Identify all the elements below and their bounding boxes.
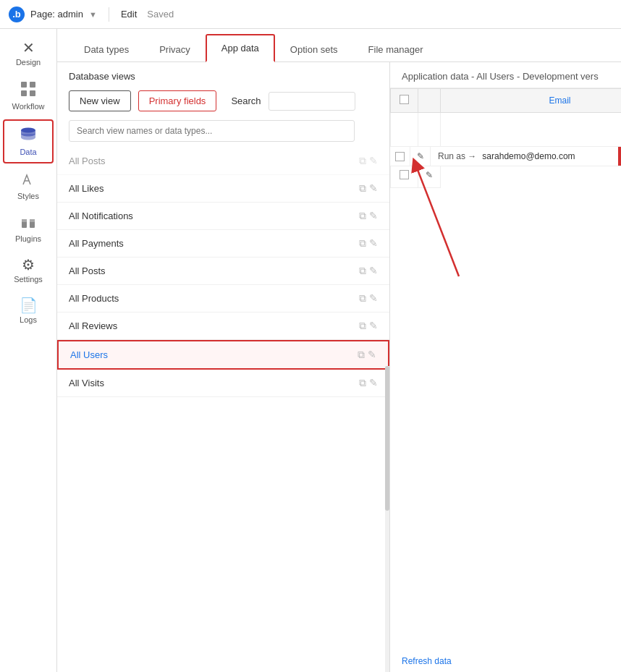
search-view-input[interactable] [69, 120, 355, 142]
copy-icon: ⧉ [359, 210, 366, 222]
main-content: Data types Privacy App data Option sets … [57, 29, 621, 672]
list-item-partial[interactable]: All Posts ⧉ ✎ [57, 148, 389, 175]
list-item-icons-payments: ⧉ ✎ [359, 237, 378, 250]
page-dropdown[interactable]: ▼ [89, 10, 97, 19]
table-cell-checkbox [391, 166, 418, 188]
list-item-all-likes[interactable]: All Likes ⧉ ✎ [57, 175, 389, 203]
sidebar-label-settings: Settings [14, 275, 43, 284]
list-item-all-reviews[interactable]: All Reviews ⧉ ✎ [57, 312, 389, 340]
sidebar-label-design: Design [16, 58, 41, 67]
left-panel-inner: Database views New view Primary fields S… [57, 62, 389, 672]
edit-icon: ✎ [369, 292, 378, 305]
sidebar-item-design[interactable]: ✕ Design [3, 35, 54, 72]
scrollbar-track [385, 366, 389, 672]
primary-fields-button[interactable]: Primary fields [138, 90, 217, 111]
sidebar: ✕ Design Workflow Dat [0, 29, 57, 672]
svg-rect-6 [22, 219, 27, 222]
copy-icon: ⧉ [359, 320, 366, 332]
list-item-all-products[interactable]: All Products ⧉ ✎ [57, 285, 389, 312]
edit-icon: ✎ [369, 320, 378, 332]
list-items: All Posts ⧉ ✎ All Likes ⧉ ✎ [57, 148, 389, 672]
tab-bar: Data types Privacy App data Option sets … [57, 29, 621, 62]
design-icon: ✕ [22, 41, 35, 55]
scrollbar-thumb[interactable] [385, 366, 389, 511]
run-as-checkbox[interactable] [395, 152, 405, 161]
copy-icon: ⧉ [359, 237, 366, 250]
tab-option-sets[interactable]: Option sets [275, 36, 353, 62]
edit-label[interactable]: Edit [121, 9, 137, 20]
tab-app-data[interactable]: App data [206, 34, 275, 62]
sidebar-label-plugins: Plugins [15, 234, 41, 243]
run-as-label: Run as → [438, 151, 476, 161]
edit-icon: ✎ [369, 265, 378, 277]
sidebar-item-data[interactable]: Data [3, 119, 54, 163]
sidebar-item-workflow[interactable]: Workflow [3, 75, 54, 116]
list-item-icons-reviews: ⧉ ✎ [359, 320, 378, 332]
sidebar-item-styles[interactable]: Styles [3, 166, 54, 206]
edit-icon: ✎ [369, 182, 378, 195]
db-views-label: Database views [57, 62, 389, 82]
edit-icon: ✎ [369, 377, 378, 389]
data-table-area: Email [390, 88, 621, 650]
svg-rect-2 [21, 90, 27, 96]
list-item-all-notifications[interactable]: All Notifications ⧉ ✎ [57, 203, 389, 230]
sidebar-label-data: Data [20, 148, 36, 156]
edit-icon: ✎ [369, 155, 378, 167]
list-item-icons-users: ⧉ ✎ [358, 349, 376, 361]
row-checkbox[interactable] [400, 170, 409, 179]
edit-icon: ✎ [369, 237, 378, 250]
run-as-row: ✎ Run as → sarahdemo@demo.com [390, 146, 621, 166]
svg-rect-8 [30, 219, 35, 222]
new-view-button[interactable]: New view [69, 90, 131, 111]
list-item-icons-products: ⧉ ✎ [359, 292, 378, 305]
main-layout: ✕ Design Workflow Dat [0, 29, 621, 672]
copy-icon: ⧉ [359, 377, 366, 389]
edit-row-icon[interactable]: ✎ [426, 170, 433, 180]
table-header-email: Email [441, 89, 622, 113]
red-indicator [618, 147, 621, 166]
search-view-container [57, 120, 389, 148]
app-data-header: Application data - All Users - Developme… [390, 62, 621, 88]
logo: .b [9, 7, 25, 22]
svg-rect-3 [30, 90, 35, 96]
actions-row: New view Primary fields Search [57, 82, 389, 120]
sidebar-item-settings[interactable]: ⚙ Settings [3, 252, 54, 289]
list-item-all-visits[interactable]: All Visits ⧉ ✎ [57, 370, 389, 397]
copy-icon: ⧉ [358, 349, 365, 361]
sidebar-item-logs[interactable]: 📄 Logs [3, 292, 54, 330]
plugins-icon [20, 215, 36, 231]
tab-data-types[interactable]: Data types [69, 36, 144, 62]
settings-icon: ⚙ [22, 258, 35, 272]
list-item-icons-notifications: ⧉ ✎ [359, 210, 378, 222]
data-table: Email [390, 88, 621, 188]
list-item-all-users[interactable]: All Users ⧉ ✎ [57, 340, 389, 370]
logs-icon: 📄 [20, 298, 38, 312]
search-input[interactable] [269, 92, 355, 111]
header-checkbox[interactable] [400, 95, 409, 104]
list-item-all-payments[interactable]: All Payments ⧉ ✎ [57, 230, 389, 258]
tab-privacy[interactable]: Privacy [144, 36, 206, 62]
run-as-edit-icon[interactable]: ✎ [417, 151, 424, 161]
table-cell-edit: ✎ [418, 166, 441, 188]
list-item-icons-likes: ⧉ ✎ [359, 182, 378, 195]
run-as-cell: Run as → sarahdemo@demo.com [431, 147, 618, 166]
list-item-icons-visits: ⧉ ✎ [359, 377, 378, 389]
table-row-main: ✎ [391, 166, 622, 188]
tab-file-manager[interactable]: File manager [353, 36, 439, 62]
workflow-icon [20, 81, 36, 99]
list-item-all-posts[interactable]: All Posts ⧉ ✎ [57, 258, 389, 285]
sidebar-item-plugins[interactable]: Plugins [3, 209, 54, 249]
copy-icon: ⧉ [359, 182, 366, 195]
list-item-icons: ⧉ ✎ [359, 155, 378, 167]
right-panel: Application data - All Users - Developme… [390, 62, 621, 672]
styles-icon [21, 172, 35, 189]
table-cell-run-as [441, 166, 621, 187]
sidebar-label-logs: Logs [20, 315, 37, 324]
copy-icon: ⧉ [359, 292, 366, 305]
svg-rect-0 [21, 82, 27, 88]
refresh-data[interactable]: Refresh data [390, 650, 621, 672]
copy-icon: ⧉ [359, 265, 366, 277]
edit-icon: ✎ [369, 210, 378, 222]
saved-label: Saved [147, 9, 174, 20]
list-item-icons-posts: ⧉ ✎ [359, 265, 378, 277]
